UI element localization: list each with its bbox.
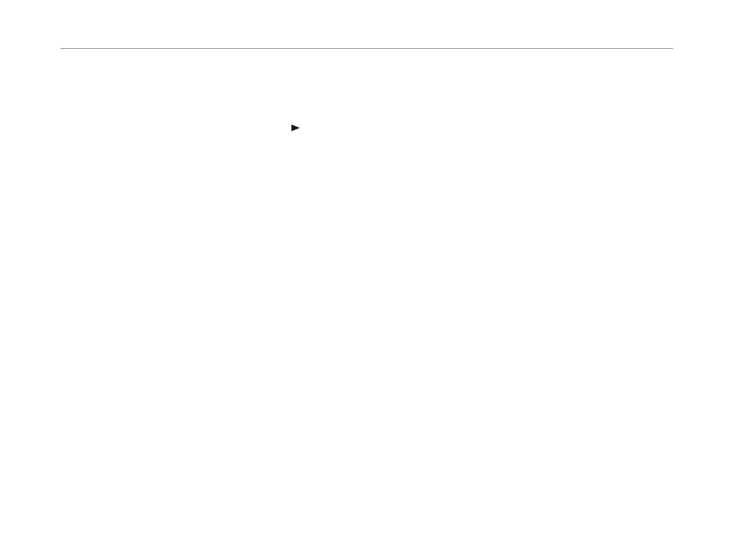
page-content [61, 48, 673, 49]
horizontal-rule [61, 48, 673, 49]
play-icon [291, 124, 300, 131]
